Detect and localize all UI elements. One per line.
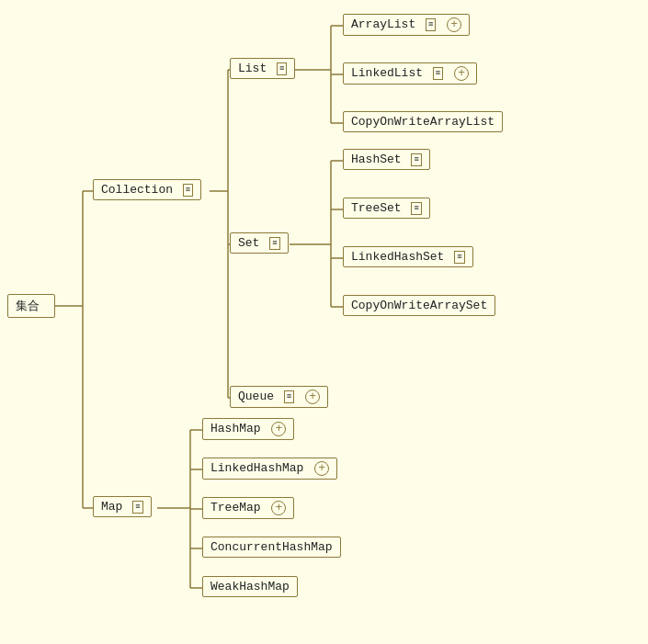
- treemap-label: TreeMap: [210, 501, 261, 514]
- treeset-node: TreeSet ≡: [343, 198, 430, 219]
- copyonwritearrayset-node: CopyOnWriteArraySet: [343, 295, 495, 316]
- collection-node: Collection ≡: [93, 179, 201, 200]
- queue-label: Queue: [238, 390, 274, 403]
- hashset-node: HashSet ≡: [343, 149, 430, 170]
- root-node: 集合: [7, 294, 55, 318]
- linkedlist-icon: ≡: [433, 67, 443, 80]
- weakhashmap-node: WeakHashMap: [202, 576, 298, 597]
- linkedhashmap-node: LinkedHashMap +: [202, 458, 337, 480]
- treeset-label: TreeSet: [351, 201, 402, 215]
- linkedlist-node: LinkedList ≡ +: [343, 62, 477, 85]
- set-label: Set: [238, 236, 259, 250]
- hashmap-label: HashMap: [210, 422, 261, 435]
- queue-expand-button[interactable]: +: [305, 390, 320, 404]
- hashmap-node: HashMap +: [202, 418, 294, 440]
- copyonwritearrayset-label: CopyOnWriteArraySet: [351, 299, 487, 312]
- collection-label: Collection: [101, 183, 173, 197]
- arraylist-label: ArrayList: [351, 17, 415, 31]
- set-icon: ≡: [269, 237, 279, 250]
- linkedhashset-node: LinkedHashSet ≡: [343, 246, 473, 267]
- queue-node: Queue ≡ +: [230, 386, 328, 408]
- linkedlist-expand-button[interactable]: +: [454, 66, 469, 81]
- map-icon: ≡: [132, 501, 142, 514]
- list-icon: ≡: [277, 62, 287, 75]
- copyonwritearraylist-node: CopyOnWriteArrayList: [343, 111, 503, 132]
- map-node: Map ≡: [93, 496, 152, 517]
- treeset-icon: ≡: [411, 202, 421, 215]
- list-node: List ≡: [230, 58, 295, 79]
- set-node: Set ≡: [230, 232, 289, 254]
- copyonwritearraylist-label: CopyOnWriteArrayList: [351, 115, 495, 129]
- hashmap-expand-button[interactable]: +: [271, 422, 286, 436]
- treemap-node: TreeMap +: [202, 497, 294, 519]
- linkedlist-label: LinkedList: [351, 66, 423, 80]
- map-label: Map: [101, 500, 122, 514]
- list-label: List: [238, 62, 267, 75]
- arraylist-node: ArrayList ≡ +: [343, 14, 470, 36]
- hashset-icon: ≡: [411, 153, 421, 166]
- weakhashmap-label: WeakHashMap: [210, 580, 290, 593]
- linkedhashset-icon: ≡: [454, 251, 464, 264]
- arraylist-icon: ≡: [426, 18, 436, 31]
- concurrenthashmap-node: ConcurrentHashMap: [202, 537, 341, 558]
- linkedhashset-label: LinkedHashSet: [351, 250, 444, 264]
- linkedhashmap-label: LinkedHashMap: [210, 461, 303, 475]
- treemap-expand-button[interactable]: +: [271, 501, 286, 515]
- concurrenthashmap-label: ConcurrentHashMap: [210, 540, 333, 554]
- queue-icon: ≡: [284, 390, 294, 403]
- linkedhashmap-expand-button[interactable]: +: [314, 461, 329, 476]
- hashset-label: HashSet: [351, 153, 402, 166]
- root-label: 集合: [16, 299, 40, 313]
- diagram: 集合 Collection ≡ Map ≡ List ≡ Set ≡ Queue…: [0, 0, 648, 644]
- collection-icon: ≡: [183, 184, 193, 197]
- arraylist-expand-button[interactable]: +: [447, 17, 461, 32]
